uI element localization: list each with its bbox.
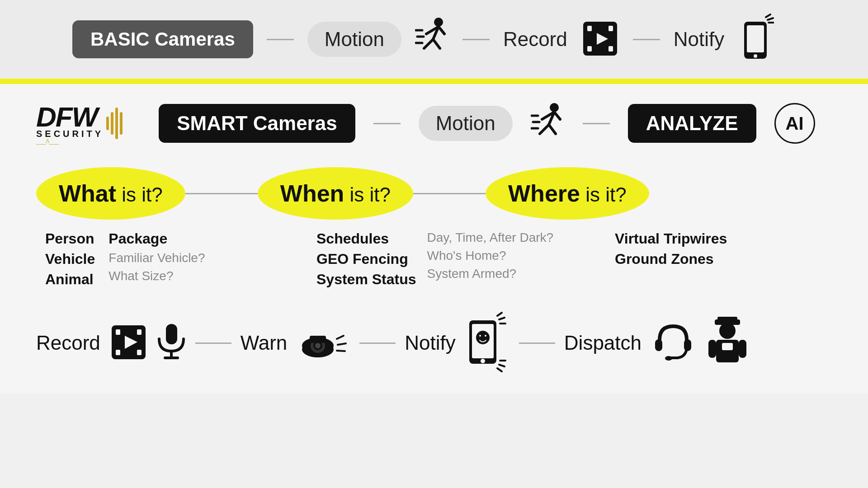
svg-point-65 bbox=[719, 323, 736, 339]
what-size: What Size? bbox=[108, 269, 173, 283]
svg-point-20 bbox=[754, 54, 757, 58]
when-geo: GEO Fencing bbox=[316, 251, 416, 267]
notify-phone-icon bbox=[465, 310, 510, 375]
when-schedules: Schedules bbox=[316, 230, 416, 247]
svg-point-43 bbox=[315, 343, 321, 348]
svg-rect-11 bbox=[587, 46, 592, 52]
svg-line-45 bbox=[337, 336, 344, 339]
connector-2 bbox=[462, 39, 490, 40]
svg-point-62 bbox=[665, 356, 672, 361]
dfw-name: DFW bbox=[36, 103, 104, 131]
ai-circle: AI bbox=[774, 103, 815, 144]
basic-cameras-label: BASIC Cameras bbox=[72, 20, 253, 58]
svg-point-58 bbox=[485, 335, 486, 337]
what-familiar: Familiar Vehicle? bbox=[108, 251, 205, 265]
microphone-icon bbox=[157, 322, 186, 364]
what-animal: Animal bbox=[45, 271, 94, 288]
phone-notify-icon bbox=[738, 14, 774, 65]
svg-line-49 bbox=[499, 318, 505, 319]
yellow-divider bbox=[0, 79, 868, 84]
what-person: Person bbox=[45, 230, 94, 247]
action-notify-label: Notify bbox=[405, 332, 455, 354]
dfw-logo: DFW SECURITY ___/\___ bbox=[36, 103, 123, 144]
what-oval: What is it? bbox=[36, 167, 185, 220]
top-section: BASIC Cameras Motion Record bbox=[0, 0, 868, 79]
smart-walking-icon bbox=[531, 102, 565, 145]
where-bold: Where bbox=[508, 180, 580, 206]
svg-rect-60 bbox=[655, 339, 662, 351]
when-light: is it? bbox=[344, 183, 391, 206]
what-bold: What bbox=[59, 180, 116, 206]
smart-motion-oval: Motion bbox=[419, 106, 513, 141]
detail-spacer-1 bbox=[298, 230, 316, 288]
security-officer-icon bbox=[705, 315, 750, 371]
svg-rect-13 bbox=[609, 46, 613, 52]
what-details: Person Vehicle Animal Package Familiar V… bbox=[45, 230, 298, 288]
when-day-time: Day, Time, After Dark? bbox=[427, 230, 554, 245]
headset-icon bbox=[651, 319, 696, 366]
svg-point-59 bbox=[481, 359, 485, 363]
svg-rect-67 bbox=[722, 343, 733, 350]
where-oval: Where is it? bbox=[486, 167, 649, 220]
questions-row: What is it? When is it? Where is it? bbox=[36, 167, 832, 220]
when-whos-home: Who's Home? bbox=[427, 249, 554, 263]
action-warn-label: Warn bbox=[241, 332, 288, 354]
svg-rect-68 bbox=[708, 340, 716, 358]
svg-rect-36 bbox=[166, 324, 177, 344]
action-connector-2 bbox=[359, 343, 396, 344]
svg-point-56 bbox=[476, 330, 490, 345]
main-section: DFW SECURITY ___/\___ SMART Cameras Moti… bbox=[0, 84, 868, 394]
what-light: is it? bbox=[116, 183, 163, 206]
connector-3 bbox=[633, 39, 660, 40]
svg-line-15 bbox=[766, 14, 770, 17]
svg-line-47 bbox=[337, 351, 345, 351]
svg-line-5 bbox=[439, 27, 444, 34]
where-tripwires: Virtual Tripwires bbox=[615, 230, 727, 247]
svg-line-26 bbox=[554, 112, 560, 119]
top-motion-oval: Motion bbox=[307, 22, 401, 57]
actions-row: Record Warn bbox=[36, 310, 832, 375]
svg-rect-64 bbox=[717, 317, 737, 321]
when-system-armed: System Armed? bbox=[427, 267, 554, 281]
smart-cameras-label: SMART Cameras bbox=[159, 104, 355, 143]
svg-line-24 bbox=[549, 125, 556, 134]
top-record-label: Record bbox=[503, 28, 567, 51]
action-connector-1 bbox=[195, 343, 231, 344]
details-row: Person Vehicle Animal Package Familiar V… bbox=[36, 230, 832, 288]
what-package: Package bbox=[108, 230, 167, 247]
svg-rect-10 bbox=[587, 26, 592, 31]
svg-rect-19 bbox=[747, 25, 764, 52]
when-oval: When is it? bbox=[258, 167, 413, 220]
action-record-label: Record bbox=[36, 332, 100, 354]
svg-line-23 bbox=[540, 125, 549, 134]
svg-rect-34 bbox=[137, 350, 142, 355]
connector-1 bbox=[267, 39, 294, 40]
q-connector-1 bbox=[185, 193, 258, 194]
detail-spacer-2 bbox=[597, 230, 615, 288]
svg-line-51 bbox=[497, 368, 502, 371]
where-light: is it? bbox=[580, 183, 627, 206]
svg-line-52 bbox=[499, 365, 505, 366]
svg-line-16 bbox=[768, 18, 773, 20]
when-details: Schedules GEO Fencing System Status Day,… bbox=[316, 230, 597, 288]
svg-rect-31 bbox=[116, 329, 120, 335]
film-strip-icon bbox=[581, 19, 619, 60]
svg-point-57 bbox=[479, 335, 481, 337]
dfw-waves bbox=[106, 108, 123, 139]
svg-rect-44 bbox=[310, 336, 326, 343]
smart-connector-2 bbox=[583, 123, 610, 124]
action-dispatch-label: Dispatch bbox=[564, 332, 642, 354]
svg-line-48 bbox=[497, 313, 502, 316]
svg-rect-33 bbox=[137, 329, 142, 335]
action-film-icon bbox=[109, 323, 148, 363]
walking-person-icon bbox=[415, 17, 449, 62]
q-connector-2 bbox=[413, 193, 486, 194]
analyze-label: ANALYZE bbox=[628, 104, 756, 143]
dfw-security: SECURITY bbox=[36, 129, 104, 138]
svg-rect-32 bbox=[116, 350, 120, 355]
svg-line-2 bbox=[424, 39, 433, 48]
when-bold: When bbox=[280, 180, 344, 206]
when-system: System Status bbox=[316, 271, 416, 288]
svg-rect-69 bbox=[739, 340, 746, 358]
svg-rect-12 bbox=[609, 26, 613, 31]
